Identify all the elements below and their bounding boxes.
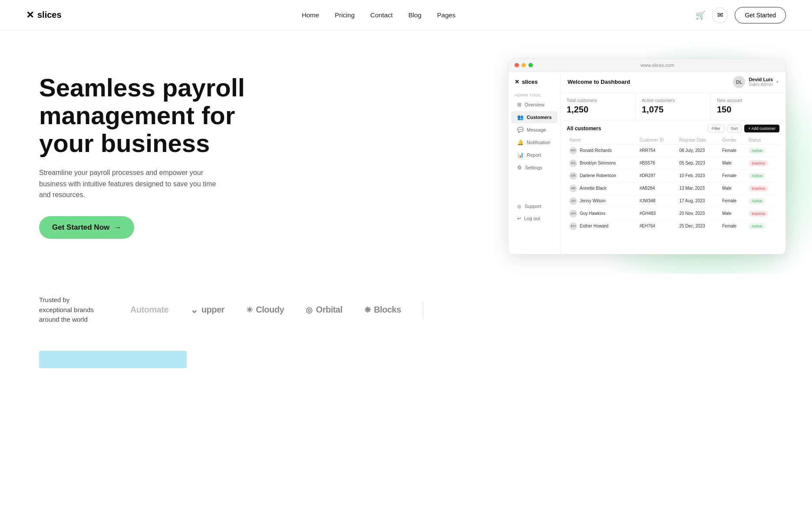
sidebar-item-settings[interactable]: ⚙ Settings (511, 162, 558, 174)
brand-cloudy: ✳ Cloudy (246, 305, 284, 315)
brand-automate: Automate (130, 305, 168, 315)
hero-cta-label: Get Started Now (52, 223, 109, 232)
col-gender: Gender (720, 136, 746, 145)
customer-name: Brooklyn Simmons (580, 161, 616, 165)
table-row: JW Jenny Wilson #JW348 17 Aug, 2023 Fema… (567, 195, 779, 207)
customers-table: Name Customer ID Register Date Gender St… (567, 136, 779, 232)
customer-name: Ronald Richards (580, 148, 612, 153)
sort-button[interactable]: Sort (727, 125, 742, 132)
get-started-button[interactable]: Get Started (735, 7, 786, 23)
hero-subtitle: Streamline your payroll processes and em… (39, 167, 221, 201)
upper-icon: ⌄ (190, 304, 198, 316)
sidebar-label-support: Support (525, 204, 541, 209)
sidebar-label-settings: Settings (525, 165, 542, 170)
url-bar: www.slices.com (535, 63, 779, 68)
stat-label-total: Total customers (567, 98, 629, 103)
customer-avatar: AB (569, 185, 577, 192)
logout-icon: ↩ (517, 216, 521, 221)
blocks-label: Blocks (374, 305, 401, 315)
hero-cta-button[interactable]: Get Started Now → (39, 216, 134, 239)
stat-active-customers: Active customers 1,075 (636, 93, 710, 120)
message-button[interactable] (712, 7, 728, 23)
sidebar-item-notification[interactable]: 🔔 Notification (511, 136, 558, 148)
customer-gender-cell: Male (720, 157, 746, 169)
support-icon: ◎ (517, 204, 522, 209)
cloudy-label: Cloudy (256, 305, 284, 315)
stats-row: Total customers 1,250 Active customers 1… (561, 93, 786, 120)
sidebar-item-report[interactable]: 📊 Report (511, 149, 558, 161)
logo-text: slices (37, 10, 62, 20)
nav-pricing[interactable]: Pricing (335, 11, 355, 19)
customer-name-cell: BS Brooklyn Simmons (567, 157, 637, 169)
customer-date-cell: 13 Mar, 2023 (677, 182, 720, 195)
customer-name: Darlene Robertson (580, 173, 616, 178)
sidebar-item-logout[interactable]: ↩ Log out (511, 213, 558, 224)
customer-gender-cell: Female (720, 144, 746, 157)
nav-contact[interactable]: Contact (370, 11, 393, 19)
settings-icon: ⚙ (517, 165, 522, 171)
customer-avatar: DR (569, 172, 577, 180)
customer-date-cell: 05 Sep, 2023 (677, 157, 720, 169)
nav-menu: Home Pricing Contact Blog Pages (302, 11, 456, 19)
customer-date-cell: 20 Nov, 2023 (677, 207, 720, 220)
customer-id-cell: #GH483 (637, 207, 677, 220)
customer-status-cell: Inactive (746, 182, 779, 195)
dashboard-main: Welcome to Dashboard DL Devid Luis Sales… (561, 72, 786, 254)
cart-icon[interactable] (696, 10, 705, 20)
window-dot-red (515, 63, 519, 67)
customer-gender-cell: Female (720, 220, 746, 232)
sidebar-item-customers[interactable]: 👥 Customers (511, 111, 558, 123)
col-id: Customer ID (637, 136, 677, 145)
footer-bar (39, 351, 187, 368)
table-header-row: All customers Filter Sort + Add customer (567, 125, 779, 132)
customer-name: Annette Black (580, 186, 607, 191)
sidebar-label-notification: Notification (527, 140, 550, 145)
table-row: AB Annette Black #AB284 13 Mar, 2023 Mal… (567, 182, 779, 195)
stat-value-new: 150 (717, 105, 779, 115)
status-badge: Active (749, 223, 766, 229)
dashboard-window: www.slices.com ✕ slices ADMIN TOOL ⊞ Ove… (508, 59, 786, 254)
brand-divider (423, 301, 423, 319)
sidebar-label-message: Message (527, 127, 546, 132)
cloudy-icon: ✳ (246, 305, 253, 315)
status-badge: Active (749, 148, 766, 154)
customers-icon: 👥 (517, 114, 524, 120)
welcome-text: Welcome to Dashboard (568, 79, 630, 85)
sidebar-label-overview: Overview (525, 102, 545, 107)
customer-gender-cell: Female (720, 169, 746, 182)
customer-status-cell: Active (746, 195, 779, 207)
customer-gender-cell: Male (720, 207, 746, 220)
table-row: DR Darlene Robertson #DR297 10 Feb, 2023… (567, 169, 779, 182)
col-name: Name (567, 136, 637, 145)
add-customer-button[interactable]: + Add customer (744, 125, 779, 132)
nav-pages[interactable]: Pages (437, 11, 456, 19)
status-badge: Inactive (749, 160, 768, 166)
sidebar-logo-icon: ✕ (515, 79, 519, 85)
customer-status-cell: Active (746, 169, 779, 182)
sidebar-item-overview[interactable]: ⊞ Overview (511, 99, 558, 111)
sidebar-label-logout: Log out (524, 216, 540, 221)
cta-arrow-icon: → (114, 223, 121, 232)
stat-label-new: New account (717, 98, 779, 103)
user-details: Devid Luis Sales Admin (749, 77, 773, 87)
filter-button[interactable]: Filter (708, 125, 724, 132)
sidebar-section-label: ADMIN TOOL (508, 90, 560, 98)
user-name: Devid Luis (749, 77, 773, 82)
status-badge: Inactive (749, 211, 768, 217)
customer-id-cell: #BS578 (637, 157, 677, 169)
window-dot-yellow (522, 63, 526, 67)
customer-id-cell: #AB284 (637, 182, 677, 195)
nav-blog[interactable]: Blog (409, 11, 422, 19)
report-icon: 📊 (517, 152, 524, 158)
dashboard-topbar: Welcome to Dashboard DL Devid Luis Sales… (561, 72, 786, 93)
sidebar-item-message[interactable]: 💬 Message (511, 124, 558, 136)
user-dropdown-icon[interactable]: ▾ (776, 79, 779, 84)
dashboard-label: Dashboard (601, 79, 630, 85)
customer-id-cell: #JW348 (637, 195, 677, 207)
table-row: GH Guy Hawkins #GH483 20 Nov, 2023 Male … (567, 207, 779, 220)
dashboard-sidebar: ✕ slices ADMIN TOOL ⊞ Overview 👥 Custome… (508, 72, 561, 254)
sidebar-logo-text: slices (522, 79, 538, 85)
stat-total-customers: Total customers 1,250 (561, 93, 635, 120)
sidebar-item-support[interactable]: ◎ Support (511, 201, 558, 212)
nav-home[interactable]: Home (302, 11, 319, 19)
